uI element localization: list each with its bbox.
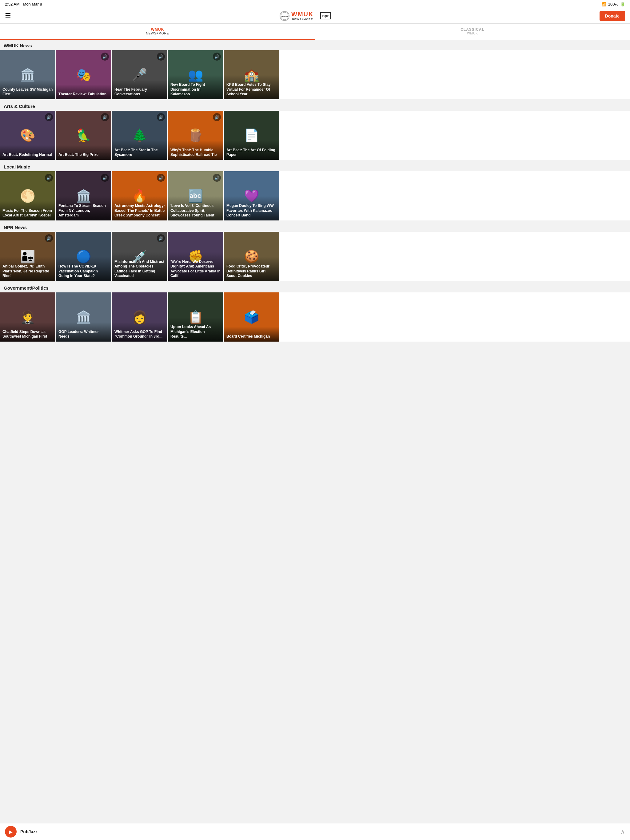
- list-item[interactable]: 🎨🔊Art Beat: Redefining Normal: [0, 111, 55, 160]
- list-item[interactable]: 🤵Chatfield Steps Down as Southwest Michi…: [0, 292, 55, 342]
- card-title: Food Critic, Provocateur Definitively Ra…: [226, 264, 277, 279]
- card-overlay: Art Beat: Redefining Normal: [0, 145, 55, 160]
- list-item[interactable]: 🏛️🔊Fontana To Stream Season From NY, Lon…: [56, 171, 111, 221]
- card-title: Art Beat: The Big Prize: [59, 153, 109, 158]
- donate-button[interactable]: Donate: [600, 11, 625, 21]
- status-time-date: 2:52 AM Mon Mar 8: [5, 2, 42, 6]
- audio-icon: 🔊: [213, 52, 221, 61]
- audio-icon: 🔊: [213, 113, 221, 121]
- tab-classical[interactable]: CLASSICALWMUK: [315, 24, 630, 39]
- cards-row: 🏛️County Leaves SW Michigan First🎭🔊Theat…: [0, 50, 630, 99]
- section-npr-news-section: NPR News👨‍👧🔊Anibal Gomez, 78: Edith Piaf…: [0, 222, 630, 281]
- section-title: NPR News: [0, 222, 630, 232]
- card-overlay: County Leaves SW Michigan First: [0, 80, 55, 99]
- wmuk-logo-circle: WMUK: [280, 11, 290, 21]
- audio-icon: 🔊: [101, 113, 109, 121]
- main-content: WMUK News🏛️County Leaves SW Michigan Fir…: [0, 40, 630, 361]
- list-item[interactable]: 👥🔊New Board To Fight Discrimination In K…: [168, 50, 223, 99]
- card-overlay: Chatfield Steps Down as Southwest Michig…: [0, 322, 55, 342]
- card-overlay: Fontana To Stream Season From NY, London…: [56, 196, 111, 221]
- list-item[interactable]: 🔤🔊'Love Is Vol 3' Continues Collaborativ…: [168, 171, 223, 221]
- audio-icon: 🔊: [101, 52, 109, 61]
- audio-icon: 🔊: [213, 174, 221, 182]
- svg-text:WMUK: WMUK: [280, 15, 288, 18]
- list-item[interactable]: 📋Upton Looks Ahead As Michigan's Electio…: [168, 292, 223, 342]
- tab-sub-label: NEWS+MORE: [0, 32, 315, 35]
- card-title: KPS Board Votes To Stay Virtual For Rema…: [226, 82, 277, 97]
- list-item[interactable]: ✊'We're Here, We Deserve Dignity': Arab …: [168, 232, 223, 281]
- section-title: Arts & Culture: [0, 101, 630, 111]
- card-title: GOP Leaders: Whitmer Needs: [59, 330, 109, 339]
- list-item[interactable]: 🎤🔊Hear The February Conversations: [112, 50, 167, 99]
- list-item[interactable]: 👩Whitmer Asks GOP To Find "Common Ground…: [112, 292, 167, 342]
- list-item[interactable]: 🎭🔊Theater Review: Fabulation: [56, 50, 111, 99]
- card-overlay: Board Certifies Michigan: [224, 327, 279, 342]
- list-item[interactable]: 🏛️GOP Leaders: Whitmer Needs: [56, 292, 111, 342]
- card-title: Why's That: The Humble, Sophisticated Ra…: [171, 148, 221, 158]
- list-item[interactable]: 🏛️County Leaves SW Michigan First: [0, 50, 55, 99]
- list-item[interactable]: 🍪Food Critic, Provocateur Definitively R…: [224, 232, 279, 281]
- card-title: Art Beat: Redefining Normal: [2, 153, 53, 158]
- audio-icon: 🔊: [157, 113, 165, 121]
- card-title: How Is The COVID-19 Vaccination Campaign…: [59, 264, 109, 279]
- card-title: Anibal Gomez, 78: Edith Piaf's 'Non, Je …: [2, 264, 53, 279]
- card-overlay: Upton Looks Ahead As Michigan's Election…: [168, 317, 223, 342]
- list-item[interactable]: 🦜🔊Art Beat: The Big Prize: [56, 111, 111, 160]
- card-overlay: 'We're Here, We Deserve Dignity': Arab A…: [168, 252, 223, 281]
- status-bar: 2:52 AM Mon Mar 8 📶 100% 🔋: [0, 0, 630, 8]
- menu-button[interactable]: ☰: [5, 12, 11, 20]
- card-overlay: Misinformation And Mistrust Among The Ob…: [112, 252, 167, 281]
- card-overlay: Theater Review: Fabulation: [56, 85, 111, 99]
- tab-label: CLASSICAL: [461, 27, 484, 32]
- cards-row: 🌕🔊Music For The Season From Local Artist…: [0, 171, 630, 221]
- card-overlay: 'Love Is Vol 3' Continues Collaborative …: [168, 196, 223, 221]
- app-header: ☰ WMUK WMUK NEWS+MORE npr Donate: [0, 8, 630, 24]
- list-item[interactable]: 🔥🔊Astronomy Meets Astrology-Based 'The P…: [112, 171, 167, 221]
- list-item[interactable]: 🪵🔊Why's That: The Humble, Sophisticated …: [168, 111, 223, 160]
- wmuk-text-logo: WMUK NEWS+MORE: [291, 11, 313, 21]
- audio-icon: 🔊: [157, 234, 165, 242]
- list-item[interactable]: 📄Art Beat: The Art Of Folding Paper: [224, 111, 279, 160]
- card-title: Theater Review: Fabulation: [59, 92, 109, 97]
- list-item[interactable]: 💜Megan Dooley To Sing WW Favorites With …: [224, 171, 279, 221]
- section-government-politics-section: Government/Politics🤵Chatfield Steps Down…: [0, 282, 630, 342]
- tab-sub-label: WMUK: [315, 32, 630, 35]
- list-item[interactable]: 🌕🔊Music For The Season From Local Artist…: [0, 171, 55, 221]
- audio-icon: 🔊: [101, 174, 109, 182]
- list-item[interactable]: 🌲🔊Art Beat: The Star In The Sycamore: [112, 111, 167, 160]
- card-overlay: Food Critic, Provocateur Definitively Ra…: [224, 257, 279, 281]
- card-title: 'We're Here, We Deserve Dignity': Arab A…: [171, 259, 221, 279]
- battery-icon: 🔋: [620, 2, 625, 6]
- cards-row: 🎨🔊Art Beat: Redefining Normal🦜🔊Art Beat:…: [0, 111, 630, 160]
- list-item[interactable]: 💉🔊Misinformation And Mistrust Among The …: [112, 232, 167, 281]
- audio-icon: 🔊: [45, 174, 53, 182]
- card-title: County Leaves SW Michigan First: [2, 87, 53, 97]
- card-title: Board Certifies Michigan: [226, 334, 277, 339]
- card-overlay: KPS Board Votes To Stay Virtual For Rema…: [224, 75, 279, 99]
- card-overlay: New Board To Fight Discrimination In Kal…: [168, 75, 223, 99]
- list-item[interactable]: 👨‍👧🔊Anibal Gomez, 78: Edith Piaf's 'Non,…: [0, 232, 55, 281]
- card-overlay: Music For The Season From Local Artist C…: [0, 201, 55, 221]
- card-title: 'Love Is Vol 3' Continues Collaborative …: [171, 204, 221, 218]
- list-item[interactable]: 🗳️Board Certifies Michigan: [224, 292, 279, 342]
- status-time: 2:52 AM: [5, 2, 20, 6]
- card-overlay: Why's That: The Humble, Sophisticated Ra…: [168, 141, 223, 160]
- card-title: Whitmer Asks GOP To Find "Common Ground"…: [114, 330, 165, 339]
- tab-bar: WMUKNEWS+MORECLASSICALWMUK: [0, 24, 630, 40]
- list-item[interactable]: 🏫KPS Board Votes To Stay Virtual For Rem…: [224, 50, 279, 99]
- audio-icon: 🔊: [157, 174, 165, 182]
- section-title: WMUK News: [0, 40, 630, 50]
- card-overlay: Astronomy Meets Astrology-Based 'The Pla…: [112, 196, 167, 221]
- card-title: Astronomy Meets Astrology-Based 'The Pla…: [114, 204, 165, 218]
- status-right: 📶 100% 🔋: [602, 2, 625, 6]
- tab-wmuk-news[interactable]: WMUKNEWS+MORE: [0, 24, 315, 39]
- card-overlay: Art Beat: The Star In The Sycamore: [112, 141, 167, 160]
- card-overlay: Anibal Gomez, 78: Edith Piaf's 'Non, Je …: [0, 257, 55, 281]
- card-title: Upton Looks Ahead As Michigan's Election…: [171, 325, 221, 339]
- npr-logo: npr: [320, 12, 331, 19]
- status-date: Mon Mar 8: [23, 2, 42, 6]
- section-wmuk-news-section: WMUK News🏛️County Leaves SW Michigan Fir…: [0, 40, 630, 99]
- card-title: Art Beat: The Star In The Sycamore: [114, 148, 165, 158]
- card-title: Music For The Season From Local Artist C…: [2, 208, 53, 218]
- list-item[interactable]: 🔵How Is The COVID-19 Vaccination Campaig…: [56, 232, 111, 281]
